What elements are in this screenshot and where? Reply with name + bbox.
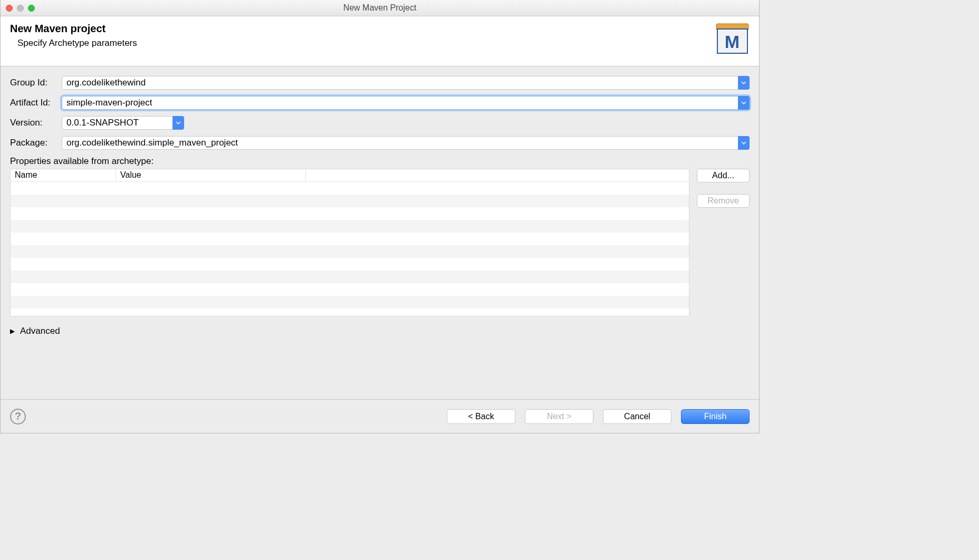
advanced-section-toggle[interactable]: ▶ Advanced [10, 326, 750, 336]
window-title: New Maven Project [1, 3, 759, 13]
help-icon: ? [15, 410, 21, 422]
table-row[interactable] [11, 271, 689, 283]
zoom-window-button[interactable] [28, 5, 35, 12]
disclosure-triangle-icon: ▶ [10, 327, 15, 335]
table-row[interactable] [11, 296, 689, 308]
artifact-id-label: Artifact Id: [10, 98, 62, 108]
minimize-window-button[interactable] [17, 5, 24, 12]
group-id-input[interactable] [62, 76, 750, 90]
version-dropdown-button[interactable] [172, 116, 184, 130]
column-value[interactable]: Value [116, 169, 306, 181]
svg-text:M: M [725, 32, 740, 52]
table-row[interactable] [11, 258, 689, 271]
version-label: Version: [10, 118, 62, 128]
back-button[interactable]: < Back [447, 409, 515, 424]
remove-button[interactable]: Remove [697, 194, 750, 208]
advanced-label: Advanced [20, 326, 60, 336]
column-name[interactable]: Name [11, 169, 116, 181]
help-button[interactable]: ? [10, 409, 26, 424]
package-dropdown-button[interactable] [738, 136, 750, 150]
wizard-footer: ? < Back Next > Cancel Finish [1, 399, 759, 433]
properties-rows [11, 182, 689, 308]
table-row[interactable] [11, 245, 689, 258]
group-id-dropdown-button[interactable] [738, 76, 750, 90]
page-title: New Maven project [10, 23, 715, 35]
next-button[interactable]: Next > [525, 409, 593, 424]
maven-icon: M [715, 23, 750, 55]
artifact-id-dropdown-button[interactable] [738, 96, 750, 110]
table-row[interactable] [11, 283, 689, 296]
table-row[interactable] [11, 195, 689, 207]
wizard-header: New Maven project Specify Archetype para… [1, 16, 759, 66]
add-button[interactable]: Add... [697, 169, 750, 182]
package-input[interactable] [62, 136, 750, 150]
window-controls [6, 5, 35, 12]
table-row[interactable] [11, 207, 689, 220]
finish-button[interactable]: Finish [681, 409, 750, 424]
properties-header: Name Value [11, 169, 689, 182]
artifact-id-combo [62, 96, 750, 110]
cancel-button[interactable]: Cancel [603, 409, 671, 424]
version-combo [62, 116, 184, 130]
dialog-new-maven-project: New Maven Project New Maven project Spec… [0, 0, 760, 433]
version-input[interactable] [62, 116, 184, 130]
table-row[interactable] [11, 182, 689, 195]
table-row[interactable] [11, 220, 689, 233]
properties-label: Properties available from archetype: [10, 156, 750, 167]
wizard-content: Group Id: Artifact Id: Version: [1, 66, 759, 399]
column-spacer [306, 169, 689, 181]
page-subtitle: Specify Archetype parameters [17, 38, 715, 49]
package-label: Package: [10, 138, 62, 148]
close-window-button[interactable] [6, 5, 13, 12]
group-id-combo [62, 76, 750, 90]
table-row[interactable] [11, 233, 689, 245]
artifact-id-input[interactable] [62, 96, 750, 110]
group-id-label: Group Id: [10, 78, 62, 88]
package-combo [62, 136, 750, 150]
properties-table[interactable]: Name Value [10, 169, 689, 316]
titlebar: New Maven Project [1, 0, 759, 16]
